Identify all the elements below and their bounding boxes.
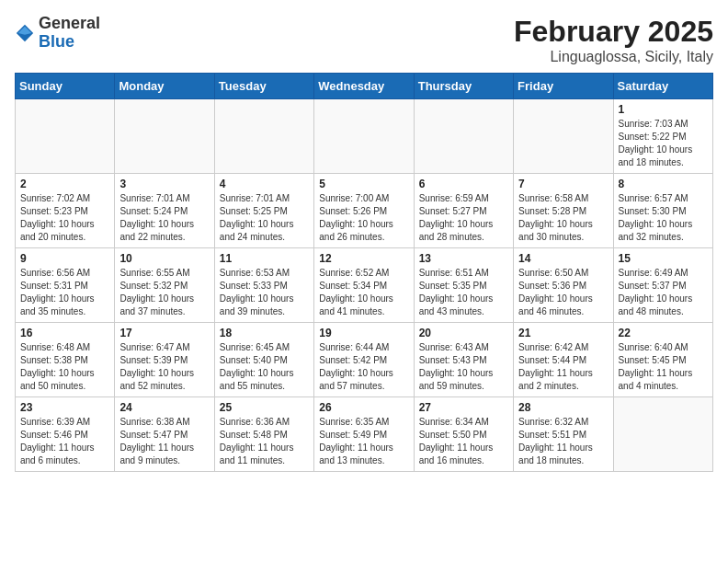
day-number: 25 [220,401,309,414]
calendar-day-cell: 20Sunrise: 6:43 AM Sunset: 5:43 PM Dayli… [414,323,513,397]
day-number: 1 [619,103,708,116]
calendar-day-cell: 14Sunrise: 6:50 AM Sunset: 5:36 PM Dayli… [514,248,613,323]
weekday-header: Wednesday [314,74,414,99]
calendar-day-cell: 22Sunrise: 6:40 AM Sunset: 5:45 PM Dayli… [613,323,712,397]
day-info: Sunrise: 7:01 AM Sunset: 5:25 PM Dayligh… [220,192,309,244]
calendar-day-cell: 25Sunrise: 6:36 AM Sunset: 5:48 PM Dayli… [214,397,313,472]
calendar-day-cell: 16Sunrise: 6:48 AM Sunset: 5:38 PM Dayli… [16,323,115,397]
day-info: Sunrise: 6:42 AM Sunset: 5:44 PM Dayligh… [518,341,608,393]
calendar-day-cell: 4Sunrise: 7:01 AM Sunset: 5:25 PM Daylig… [214,174,313,248]
page-header: General Blue February 2025 Linguaglossa,… [15,15,713,65]
day-info: Sunrise: 6:50 AM Sunset: 5:36 PM Dayligh… [518,267,608,318]
day-info: Sunrise: 6:48 AM Sunset: 5:38 PM Dayligh… [20,341,109,393]
weekday-header: Friday [514,74,613,99]
day-number: 6 [419,178,508,190]
day-number: 2 [20,178,109,190]
calendar-week-row: 23Sunrise: 6:39 AM Sunset: 5:46 PM Dayli… [16,397,713,472]
weekday-header: Sunday [16,74,115,99]
day-number: 15 [619,252,708,265]
day-info: Sunrise: 6:38 AM Sunset: 5:47 PM Dayligh… [119,416,209,467]
calendar-day-cell: 12Sunrise: 6:52 AM Sunset: 5:34 PM Dayli… [314,248,414,323]
calendar-day-cell: 21Sunrise: 6:42 AM Sunset: 5:44 PM Dayli… [514,323,613,397]
day-number: 12 [319,252,408,265]
day-number: 17 [119,327,209,339]
calendar-day-cell: 11Sunrise: 6:53 AM Sunset: 5:33 PM Dayli… [214,248,313,323]
day-info: Sunrise: 6:32 AM Sunset: 5:51 PM Dayligh… [518,416,608,467]
day-number: 16 [20,327,109,339]
day-info: Sunrise: 6:47 AM Sunset: 5:39 PM Dayligh… [119,341,209,393]
calendar-day-cell [16,99,115,174]
location-subtitle: Linguaglossa, Sicily, Italy [514,49,713,65]
month-year-title: February 2025 [514,15,713,49]
day-info: Sunrise: 6:39 AM Sunset: 5:46 PM Dayligh… [20,416,109,467]
day-number: 27 [419,401,508,414]
calendar-day-cell: 27Sunrise: 6:34 AM Sunset: 5:50 PM Dayli… [414,397,513,472]
weekday-header: Thursday [414,74,513,99]
day-number: 20 [419,327,508,339]
calendar-day-cell: 2Sunrise: 7:02 AM Sunset: 5:23 PM Daylig… [16,174,115,248]
day-info: Sunrise: 6:35 AM Sunset: 5:49 PM Dayligh… [319,416,408,467]
calendar-day-cell [214,99,313,174]
calendar-day-cell: 10Sunrise: 6:55 AM Sunset: 5:32 PM Dayli… [115,248,214,323]
calendar-day-cell [115,99,214,174]
calendar-day-cell: 15Sunrise: 6:49 AM Sunset: 5:37 PM Dayli… [613,248,712,323]
day-info: Sunrise: 6:45 AM Sunset: 5:40 PM Dayligh… [220,341,309,393]
calendar-day-cell [414,99,513,174]
day-number: 23 [20,401,109,414]
calendar-day-cell: 24Sunrise: 6:38 AM Sunset: 5:47 PM Dayli… [115,397,214,472]
calendar-week-row: 2Sunrise: 7:02 AM Sunset: 5:23 PM Daylig… [16,174,713,248]
day-number: 3 [119,178,209,190]
day-number: 28 [518,401,608,414]
day-number: 9 [20,252,109,265]
day-info: Sunrise: 7:00 AM Sunset: 5:26 PM Dayligh… [319,192,408,244]
day-info: Sunrise: 6:49 AM Sunset: 5:37 PM Dayligh… [619,267,708,318]
day-info: Sunrise: 6:52 AM Sunset: 5:34 PM Dayligh… [319,267,408,318]
day-number: 24 [119,401,209,414]
day-number: 14 [518,252,608,265]
day-info: Sunrise: 6:36 AM Sunset: 5:48 PM Dayligh… [220,416,309,467]
calendar-day-cell: 13Sunrise: 6:51 AM Sunset: 5:35 PM Dayli… [414,248,513,323]
day-info: Sunrise: 6:51 AM Sunset: 5:35 PM Dayligh… [419,267,508,318]
calendar-day-cell: 9Sunrise: 6:56 AM Sunset: 5:31 PM Daylig… [16,248,115,323]
day-number: 22 [619,327,708,339]
calendar-day-cell: 28Sunrise: 6:32 AM Sunset: 5:51 PM Dayli… [514,397,613,472]
logo-icon [15,23,35,43]
logo-blue-text: Blue [39,32,74,51]
day-number: 5 [319,178,408,190]
logo-general-text: General [39,14,100,32]
calendar-day-cell: 17Sunrise: 6:47 AM Sunset: 5:39 PM Dayli… [115,323,214,397]
calendar-day-cell [314,99,414,174]
calendar-day-cell: 5Sunrise: 7:00 AM Sunset: 5:26 PM Daylig… [314,174,414,248]
weekday-header: Tuesday [214,74,313,99]
calendar-day-cell: 1Sunrise: 7:03 AM Sunset: 5:22 PM Daylig… [613,99,712,174]
calendar-day-cell: 23Sunrise: 6:39 AM Sunset: 5:46 PM Dayli… [16,397,115,472]
day-info: Sunrise: 6:44 AM Sunset: 5:42 PM Dayligh… [319,341,408,393]
day-info: Sunrise: 6:58 AM Sunset: 5:28 PM Dayligh… [518,192,608,244]
day-number: 4 [220,178,309,190]
logo: General Blue [15,15,100,52]
day-number: 18 [220,327,309,339]
calendar-day-cell: 6Sunrise: 6:59 AM Sunset: 5:27 PM Daylig… [414,174,513,248]
day-info: Sunrise: 6:59 AM Sunset: 5:27 PM Dayligh… [419,192,508,244]
day-info: Sunrise: 6:40 AM Sunset: 5:45 PM Dayligh… [619,341,708,393]
day-number: 11 [220,252,309,265]
day-number: 8 [619,178,708,190]
day-info: Sunrise: 6:34 AM Sunset: 5:50 PM Dayligh… [419,416,508,467]
day-info: Sunrise: 6:57 AM Sunset: 5:30 PM Dayligh… [619,192,708,244]
day-info: Sunrise: 6:55 AM Sunset: 5:32 PM Dayligh… [119,267,209,318]
day-number: 26 [319,401,408,414]
calendar-day-cell [514,99,613,174]
weekday-header: Monday [115,74,214,99]
calendar-day-cell: 26Sunrise: 6:35 AM Sunset: 5:49 PM Dayli… [314,397,414,472]
calendar-day-cell: 8Sunrise: 6:57 AM Sunset: 5:30 PM Daylig… [613,174,712,248]
calendar-week-row: 9Sunrise: 6:56 AM Sunset: 5:31 PM Daylig… [16,248,713,323]
day-number: 19 [319,327,408,339]
calendar-day-cell: 18Sunrise: 6:45 AM Sunset: 5:40 PM Dayli… [214,323,313,397]
day-info: Sunrise: 7:01 AM Sunset: 5:24 PM Dayligh… [119,192,209,244]
calendar-day-cell: 3Sunrise: 7:01 AM Sunset: 5:24 PM Daylig… [115,174,214,248]
day-info: Sunrise: 6:53 AM Sunset: 5:33 PM Dayligh… [220,267,309,318]
day-info: Sunrise: 7:03 AM Sunset: 5:22 PM Dayligh… [619,118,708,169]
title-block: February 2025 Linguaglossa, Sicily, Ital… [514,15,713,65]
calendar-header-row: SundayMondayTuesdayWednesdayThursdayFrid… [16,74,713,99]
day-info: Sunrise: 7:02 AM Sunset: 5:23 PM Dayligh… [20,192,109,244]
